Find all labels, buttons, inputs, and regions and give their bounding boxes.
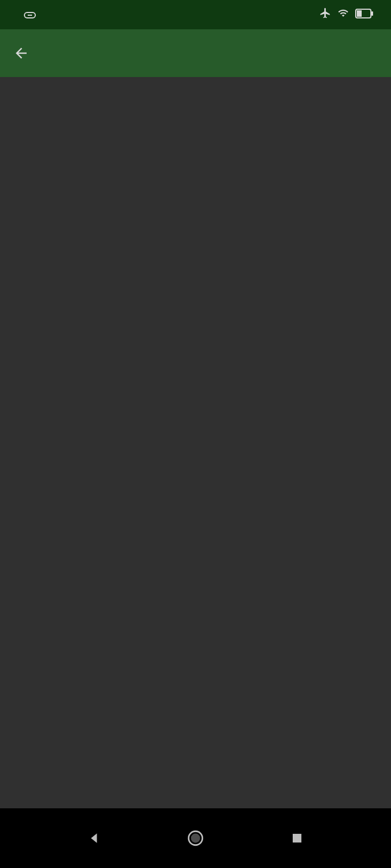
svg-rect-7 — [293, 834, 301, 843]
wifi-icon — [337, 8, 350, 22]
airplane-icon — [319, 7, 331, 22]
battery-icon — [355, 8, 374, 22]
nav-back-icon[interactable] — [78, 822, 110, 854]
app-bar — [0, 29, 391, 77]
back-icon[interactable] — [13, 45, 29, 61]
nav-bar — [0, 808, 391, 868]
svg-rect-3 — [357, 10, 362, 17]
link-icon — [24, 8, 36, 22]
svg-point-6 — [191, 834, 200, 843]
nav-recent-icon[interactable] — [281, 822, 313, 854]
status-bar — [0, 0, 391, 29]
svg-rect-4 — [371, 11, 373, 16]
nav-home-icon[interactable] — [179, 822, 212, 854]
partial-cutoff-text — [13, 77, 378, 79]
settings-list[interactable] — [0, 77, 391, 808]
